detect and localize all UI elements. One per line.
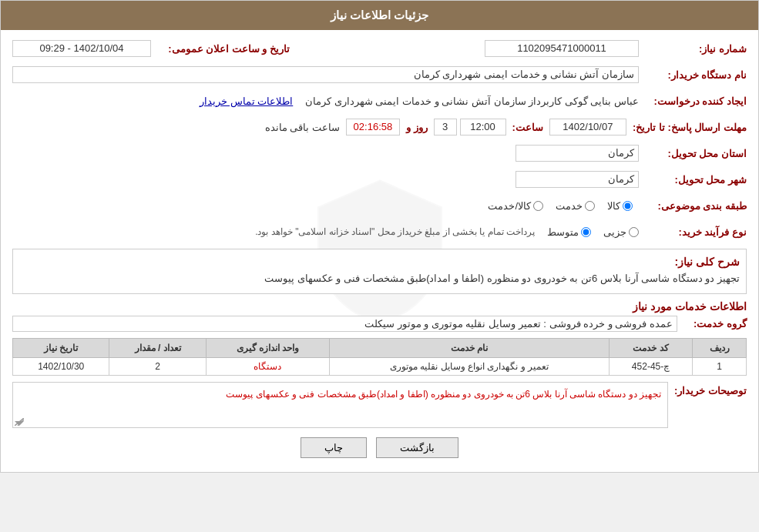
category-khedmat-label: خدمت <box>556 200 583 212</box>
process-motavasset-label: متوسط <box>547 226 579 238</box>
cell-date: 1402/10/30 <box>13 357 109 375</box>
category-option-kala[interactable]: کالا <box>607 200 633 212</box>
buyer-name-label: نام دستگاه خریدار: <box>639 69 747 81</box>
description-section: شرح کلی نیاز: تجهیز دو دستگاه شاسی آرنا … <box>12 249 747 294</box>
service-group-label: گروه خدمت: <box>677 318 747 330</box>
province-value: کرمان <box>516 145 639 162</box>
buyer-name-row: نام دستگاه خریدار: سازمان آتش نشانی و خد… <box>12 64 747 85</box>
category-radio-group: کالا خدمت کالا/خدمت <box>488 200 633 212</box>
province-label: استان محل تحویل: <box>639 148 747 159</box>
print-button[interactable]: چاپ <box>301 437 367 458</box>
cell-unit: دستگاه <box>206 357 330 375</box>
need-number-label: شماره نیاز: <box>639 43 747 55</box>
buyer-desc-label: توصیحات خریدار: <box>674 382 747 396</box>
buyer-description-section: توصیحات خریدار: تجهیز دو دستگاه شاسی آرن… <box>12 382 747 428</box>
description-title: شرح کلی نیاز: <box>19 256 740 268</box>
deadline-inner: 1402/10/07 ساعت: 12:00 3 روز و 02:16:58 … <box>262 119 626 136</box>
services-table-wrapper: ردیف کد خدمت نام خدمت واحد اندازه گیری ت… <box>12 338 747 376</box>
announce-label: تاریخ و ساعت اعلان عمومی: <box>151 43 290 55</box>
category-option-kala-khedmat[interactable]: کالا/خدمت <box>488 200 543 212</box>
creator-row: ایجاد کننده درخواست: عباس بنایی گوکی کار… <box>12 90 747 112</box>
buttons-row: بازگشت چاپ <box>12 437 747 458</box>
cell-code: چ-45-452 <box>610 357 693 375</box>
creator-value: عباس بنایی گوکی کاربرداز سازمان آتش نشان… <box>305 95 639 107</box>
col-quantity: تعداد / مقدار <box>109 338 206 357</box>
creator-contact-link[interactable]: اطلاعات تماس خریدار <box>200 95 293 107</box>
process-option-jozii[interactable]: جزیی <box>603 226 639 238</box>
description-text: تجهیز دو دستگاه شاسی آرنا بلاس 6تن به خو… <box>19 271 740 287</box>
city-row: شهر محل تحویل: کرمان <box>12 169 747 190</box>
province-row: استان محل تحویل: کرمان <box>12 142 747 164</box>
city-value: کرمان <box>516 171 639 188</box>
col-date: تاریخ نیاز <box>13 338 109 357</box>
deadline-remaining: 02:16:58 <box>346 119 400 136</box>
table-row: 1چ-45-452تعمیر و نگهداری انواع وسایل نقل… <box>13 357 747 375</box>
service-group-value: عمده فروشی و خرده فروشی : تعمیر وسایل نق… <box>12 316 677 332</box>
deadline-row: مهلت ارسال پاسخ: تا تاریخ: 1402/10/07 سا… <box>12 116 747 138</box>
buyer-name-value: سازمان آتش نشانی و خدمات ایمنی شهرداری ک… <box>12 66 639 83</box>
need-number-row: شماره نیاز: 1102095471000011 تاریخ و ساع… <box>12 38 747 59</box>
form-content: شماره نیاز: 1102095471000011 تاریخ و ساع… <box>12 38 747 458</box>
category-kala-khedmat-label: کالا/خدمت <box>488 200 531 212</box>
process-options: جزیی متوسط پرداخت تمام یا بخشی از مبلغ خ… <box>12 226 639 238</box>
deadline-days: 3 <box>434 119 457 136</box>
deadline-time: 12:00 <box>460 119 506 136</box>
cell-index: 1 <box>693 357 747 375</box>
content-area: AnaFender شماره نیاز: 1102095471000011 ت… <box>1 30 758 472</box>
services-title: اطلاعات خدمات مورد نیاز <box>12 300 747 313</box>
cell-quantity: 2 <box>109 357 206 375</box>
city-label: شهر محل تحویل: <box>639 174 747 186</box>
deadline-date: 1402/10/07 <box>549 119 626 136</box>
process-note: پرداخت تمام یا بخشی از مبلغ خریداز محل "… <box>255 226 535 237</box>
buyer-desc-box: تجهیز دو دستگاه شاسی آرنا بلاس 6تن به خو… <box>12 382 668 428</box>
back-button[interactable]: بازگشت <box>376 437 458 458</box>
page-header: جزئیات اطلاعات نیاز <box>1 1 758 30</box>
deadline-label: مهلت ارسال پاسخ: تا تاریخ: <box>626 122 747 133</box>
cell-name: تعمیر و نگهداری انواع وسایل نقلیه موتوری <box>330 357 610 375</box>
process-jozii-label: جزیی <box>603 226 626 238</box>
process-label: نوع فرآیند خرید: <box>639 226 747 238</box>
deadline-days-label: روز و <box>406 122 428 133</box>
resize-handle-icon <box>15 418 24 426</box>
creator-label: ایجاد کننده درخواست: <box>639 95 747 107</box>
main-window: جزئیات اطلاعات نیاز AnaFender شماره نیاز… <box>0 0 759 473</box>
services-table: ردیف کد خدمت نام خدمت واحد اندازه گیری ت… <box>12 338 747 376</box>
announce-datetime-value: 1402/10/04 - 09:29 <box>12 40 151 57</box>
category-kala-label: کالا <box>607 200 620 212</box>
col-index: ردیف <box>693 338 747 357</box>
col-code: کد خدمت <box>610 338 693 357</box>
deadline-time-label: ساعت: <box>512 122 543 133</box>
category-row: طبقه بندی موضوعی: کالا خدمت کالا/خدمت <box>12 195 747 216</box>
process-option-motavasset[interactable]: متوسط <box>547 226 591 238</box>
page-title: جزئیات اطلاعات نیاز <box>331 8 428 22</box>
col-unit: واحد اندازه گیری <box>206 338 330 357</box>
col-name: نام خدمت <box>330 338 610 357</box>
category-option-khedmat[interactable]: خدمت <box>556 200 595 212</box>
need-number-value: 1102095471000011 <box>485 40 639 57</box>
deadline-remaining-label: ساعت باقی مانده <box>265 122 340 133</box>
category-label: طبقه بندی موضوعی: <box>639 200 747 212</box>
process-row: نوع فرآیند خرید: جزیی متوسط پرداخت تمام … <box>12 221 747 243</box>
buyer-desc-text: تجهیز دو دستگاه شاسی آرنا بلاس 6تن به خو… <box>226 389 661 400</box>
service-group-row: گروه خدمت: عمده فروشی و خرده فروشی : تعم… <box>12 316 747 332</box>
table-header-row: ردیف کد خدمت نام خدمت واحد اندازه گیری ت… <box>13 338 747 357</box>
